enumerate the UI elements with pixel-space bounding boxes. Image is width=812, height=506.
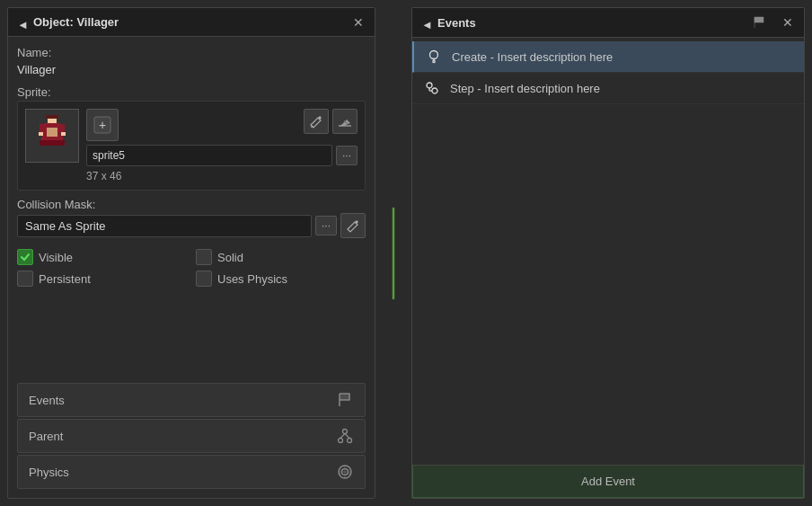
event-create-icon <box>425 48 443 66</box>
name-section: Name: Villager <box>17 46 366 78</box>
sprite-image <box>36 115 69 156</box>
svg-point-26 <box>430 51 438 59</box>
visible-checkbox-item: Visible <box>17 249 187 265</box>
sprite-section: Sprite: <box>17 85 366 191</box>
uses-physics-checkbox-item: Uses Physics <box>196 271 366 287</box>
sprite-name-row: ··· <box>86 145 357 166</box>
svg-point-17 <box>339 439 343 443</box>
physics-icon <box>337 464 353 480</box>
properties-grid: Visible Solid Persistent Uses Physics <box>17 249 366 287</box>
events-panel-title: Events <box>437 16 743 30</box>
svg-line-20 <box>345 434 349 439</box>
persistent-checkbox[interactable] <box>17 271 33 287</box>
sprite-container: + <box>17 101 366 191</box>
parent-button-label: Parent <box>29 430 63 443</box>
add-event-label: Add Event <box>581 475 635 488</box>
svg-rect-4 <box>40 140 65 146</box>
svg-rect-8 <box>61 132 66 136</box>
object-panel: ◄ Object: Villager ✕ Name: Villager Spri… <box>7 7 375 499</box>
visible-label[interactable]: Visible <box>39 251 73 264</box>
solid-label[interactable]: Solid <box>217 251 243 264</box>
uses-physics-checkbox[interactable] <box>196 271 212 287</box>
panel-content: Name: Villager Sprite: <box>8 37 375 498</box>
svg-line-19 <box>340 434 345 439</box>
collision-edit-button[interactable] <box>340 213 366 238</box>
persistent-checkbox-item: Persistent <box>17 271 187 287</box>
sprite-more-button[interactable]: ··· <box>336 146 357 165</box>
collapse-icon: ◄ <box>17 18 26 27</box>
events-panel-header: ◄ Events ✕ <box>412 8 804 38</box>
solid-checkbox[interactable] <box>196 249 212 265</box>
panel-header: ◄ Object: Villager ✕ <box>8 8 375 37</box>
collision-edit-icon <box>346 218 360 233</box>
name-label: Name: <box>17 46 366 59</box>
eraser-icon <box>338 114 352 129</box>
physics-button-label: Physics <box>29 466 69 479</box>
svg-rect-5 <box>40 124 44 133</box>
events-button-icon <box>336 391 354 409</box>
svg-rect-1 <box>46 115 58 119</box>
flag-header-icon <box>752 15 766 30</box>
events-panel: ◄ Events ✕ Create - Insert description h… <box>411 7 805 499</box>
parent-button-icon <box>336 427 354 445</box>
svg-point-31 <box>432 88 437 93</box>
connector <box>375 0 411 506</box>
sprite-size: 37 x 46 <box>86 170 357 182</box>
bottom-buttons: Events Parent <box>17 383 366 489</box>
svg-rect-7 <box>39 132 43 136</box>
visible-checkbox[interactable] <box>17 249 33 265</box>
events-list: Create - Insert description here Step - … <box>412 38 804 465</box>
connector-svg <box>375 200 411 307</box>
svg-rect-10 <box>54 149 58 155</box>
events-flag-icon <box>750 13 768 31</box>
collision-row: ··· <box>17 213 366 238</box>
parent-icon <box>337 428 353 444</box>
sprite-controls: + <box>86 109 357 182</box>
add-event-button[interactable]: Add Event <box>412 465 804 498</box>
svg-point-30 <box>427 83 432 88</box>
event-step-text: Step - Insert description here <box>450 82 600 95</box>
uses-physics-label[interactable]: Uses Physics <box>217 272 287 286</box>
svg-rect-9 <box>47 149 51 155</box>
event-step-icon <box>423 79 441 97</box>
collision-more-button[interactable]: ··· <box>315 216 337 235</box>
sprite-label: Sprite: <box>17 85 366 99</box>
collision-mask-input[interactable] <box>17 215 312 237</box>
collision-mask-label: Collision Mask: <box>17 198 366 211</box>
physics-button[interactable]: Physics <box>17 455 366 489</box>
events-button-label: Events <box>29 394 65 407</box>
step-icon <box>424 80 440 96</box>
event-create-text: Create - Insert description here <box>452 50 613 64</box>
event-create-item[interactable]: Create - Insert description here <box>412 41 804 73</box>
svg-point-18 <box>348 439 352 443</box>
panel-title: Object: Villager <box>33 15 344 29</box>
svg-text:+: + <box>99 118 106 132</box>
visible-check-icon <box>20 252 31 262</box>
edit-sprite-button[interactable] <box>304 109 329 134</box>
event-step-item[interactable]: Step - Insert description here <box>412 73 804 104</box>
events-button[interactable]: Events <box>17 383 366 417</box>
persistent-label[interactable]: Persistent <box>39 272 91 286</box>
sprite-add-button[interactable]: + <box>86 109 119 141</box>
collision-section: Collision Mask: ··· <box>17 198 366 238</box>
bulb-icon <box>426 49 442 65</box>
add-sprite-icon: + <box>93 116 111 134</box>
physics-button-icon <box>336 463 354 481</box>
sprite-name-input[interactable] <box>86 145 332 166</box>
svg-rect-6 <box>60 124 65 133</box>
events-collapse-icon: ◄ <box>421 18 430 27</box>
parent-button[interactable]: Parent <box>17 419 366 453</box>
svg-rect-11 <box>47 128 57 137</box>
edit-icon <box>309 114 323 129</box>
svg-point-16 <box>343 430 348 434</box>
clear-sprite-button[interactable] <box>332 109 357 134</box>
events-panel-close-button[interactable]: ✕ <box>781 16 795 29</box>
solid-checkbox-item: Solid <box>196 249 366 265</box>
flag-icon <box>337 392 353 408</box>
sprite-preview <box>25 109 79 163</box>
panel-close-button[interactable]: ✕ <box>351 16 366 29</box>
name-value: Villager <box>17 61 366 78</box>
